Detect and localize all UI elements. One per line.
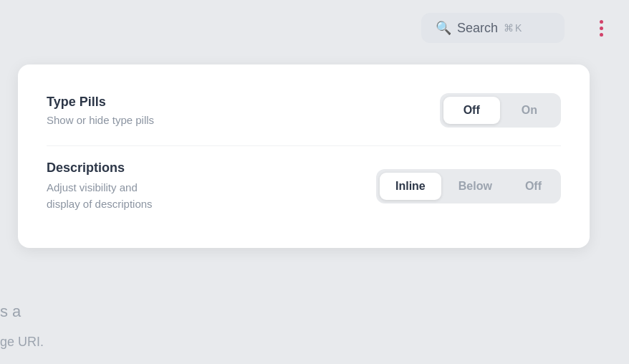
dot-1: [600, 20, 603, 24]
descriptions-description: Adjust visibility and display of descrip…: [47, 180, 376, 212]
descriptions-title: Descriptions: [47, 161, 376, 176]
descriptions-off-button[interactable]: Off: [509, 173, 557, 200]
search-shortcut: ⌘ K: [504, 22, 522, 34]
type-pills-title: Type Pills: [47, 95, 440, 110]
descriptions-below-button[interactable]: Below: [443, 173, 508, 200]
type-pills-off-button[interactable]: Off: [443, 97, 500, 124]
search-bar[interactable]: 🔍 Search ⌘ K: [421, 13, 565, 43]
type-pills-toggle-group: Off On: [440, 93, 561, 128]
dot-3: [600, 33, 603, 37]
settings-card: Type Pills Show or hide type pills Off O…: [18, 64, 590, 248]
type-pills-info: Type Pills Show or hide type pills: [47, 95, 440, 126]
shortcut-symbol: ⌘: [504, 22, 514, 34]
search-label: Search: [457, 21, 498, 36]
type-pills-description: Show or hide type pills: [47, 114, 440, 126]
descriptions-desc-line1: Adjust visibility and: [47, 181, 138, 193]
type-pills-setting-row: Type Pills Show or hide type pills Off O…: [47, 86, 561, 145]
type-pills-on-button[interactable]: On: [501, 97, 557, 124]
descriptions-toggle-group: Inline Below Off: [376, 169, 561, 203]
search-icon: 🔍: [436, 20, 451, 36]
descriptions-desc-line2: display of descriptions: [47, 198, 153, 210]
more-options-menu[interactable]: [595, 16, 608, 41]
shortcut-key: K: [515, 22, 522, 34]
descriptions-inline-button[interactable]: Inline: [380, 173, 441, 200]
dot-2: [600, 27, 603, 30]
descriptions-info: Descriptions Adjust visibility and displ…: [47, 161, 376, 212]
descriptions-setting-row: Descriptions Adjust visibility and displ…: [47, 145, 561, 226]
background-text-partial: s a: [0, 302, 21, 321]
background-text-uri: ge URI.: [0, 335, 44, 350]
